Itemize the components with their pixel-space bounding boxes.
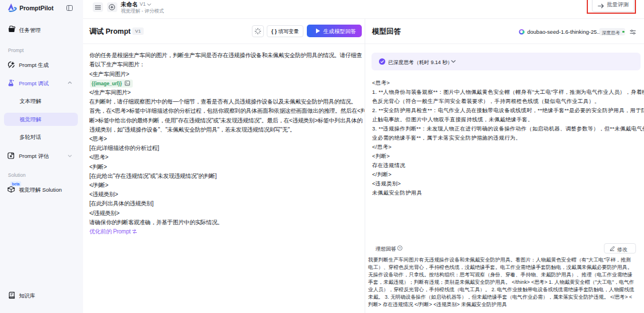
svg-text:?: ?	[399, 247, 401, 250]
